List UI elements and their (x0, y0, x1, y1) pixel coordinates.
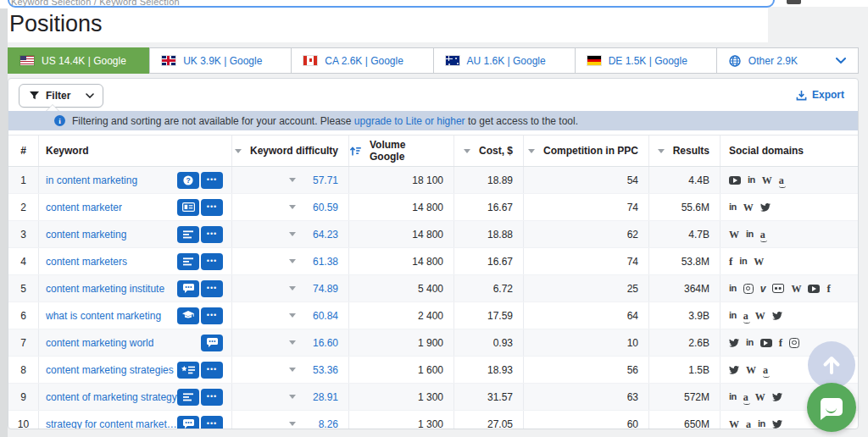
more-features-badge[interactable]: ••• (201, 307, 223, 324)
competition-value: 56 (523, 357, 648, 383)
tab-de[interactable]: DE 1.5K | Google (575, 47, 717, 74)
twitter-icon (760, 203, 771, 212)
keyword-link[interactable]: content marketer (46, 202, 122, 213)
tab-uk[interactable]: UK 3.9K | Google (149, 47, 292, 74)
keyword-link[interactable]: content marketing (46, 229, 126, 241)
featured-snippet-badge[interactable] (177, 226, 199, 243)
difficulty-dropdown-icon[interactable] (289, 286, 296, 290)
difficulty-value: 60.84 (308, 310, 338, 322)
related-questions-badge[interactable] (177, 416, 199, 430)
table-body: 1 in content marketing ? ••• 57.71 18 10… (8, 167, 858, 429)
difficulty-dropdown-icon[interactable] (289, 313, 296, 318)
sort-icon-cost[interactable] (464, 149, 470, 153)
keyword-link[interactable]: content marketing world (46, 337, 153, 349)
question-circle-badge[interactable]: ? (177, 172, 199, 189)
keyword-link[interactable]: what is content marketing (46, 310, 161, 322)
au-flag-icon (446, 56, 459, 65)
more-features-badge[interactable]: ••• (201, 226, 223, 243)
tab-us[interactable]: US 14.4K | Google (8, 47, 150, 74)
scroll-to-top-button[interactable] (808, 341, 855, 389)
globe-icon (729, 55, 741, 67)
more-features-badge[interactable]: ••• (201, 199, 223, 216)
more-features-badge[interactable]: ••• (201, 389, 223, 406)
linkedin-icon: in (729, 202, 737, 212)
results-value: 4.4B (648, 167, 720, 193)
difficulty-cell: 8.26 (231, 411, 348, 429)
chevron-down-icon[interactable] (836, 58, 846, 64)
breadcrumb[interactable]: Keyword Selection / Keyword Selection (11, 0, 180, 7)
tab-other[interactable]: Other 2.9K (716, 47, 859, 74)
featured-snippet-badge[interactable] (177, 389, 199, 406)
wikipedia-icon: W (791, 284, 801, 294)
difficulty-dropdown-icon[interactable] (289, 178, 296, 182)
column-header-competition: Competition in PPC (523, 136, 648, 166)
difficulty-cell: 60.59 (231, 194, 348, 220)
chat-widget-button[interactable] (807, 383, 856, 432)
more-features-badge[interactable]: ••• (201, 416, 223, 430)
more-features-badge[interactable]: ••• (201, 253, 223, 270)
toolbar: Filter Export (8, 79, 858, 111)
related-questions-badge[interactable] (177, 280, 199, 297)
difficulty-dropdown-icon[interactable] (289, 395, 296, 399)
page-title: Positions (9, 11, 103, 37)
difficulty-value: 64.23 (308, 229, 338, 241)
keyword-link[interactable]: content marketing institute (46, 283, 164, 295)
twitter-icon (729, 366, 739, 374)
row-number: 7 (8, 329, 38, 356)
instagram-icon (743, 284, 754, 294)
more-features-badge[interactable]: ••• (201, 362, 223, 379)
volume-value: 14 800 (348, 221, 453, 247)
volume-value: 1 600 (348, 357, 453, 383)
results-value: 364M (648, 275, 720, 301)
cost-value: 17.59 (453, 302, 523, 329)
de-flag-icon (587, 56, 601, 65)
sort-icon-difficulty[interactable] (235, 149, 242, 153)
results-value: 3.9B (648, 302, 720, 329)
difficulty-value: 57.71 (308, 174, 338, 186)
table-row: 6 what is content marketing ••• 60.84 2 … (8, 302, 858, 329)
difficulty-value: 60.59 (308, 202, 338, 213)
competition-value: 62 (523, 221, 648, 247)
upgrade-link[interactable]: upgrade to Lite or higher (354, 115, 465, 127)
difficulty-dropdown-icon[interactable] (289, 368, 296, 372)
related-questions-badge[interactable] (201, 335, 223, 351)
arrow-up-icon (821, 354, 843, 376)
keyword-link[interactable]: content marketing strategies (46, 364, 174, 376)
serp-badges: ••• (177, 416, 223, 430)
reviews-list-badge[interactable] (177, 362, 199, 379)
social-domains-cell: finW (720, 248, 858, 274)
cost-value: 18.88 (453, 221, 523, 247)
sort-icon-results[interactable] (658, 149, 665, 153)
amazon-icon: a (743, 311, 748, 321)
education-badge[interactable] (177, 307, 199, 324)
keyword-link[interactable]: strategy for content marketing (46, 418, 177, 430)
sort-icon-competition[interactable] (528, 149, 535, 153)
top-clipped-icon (787, 0, 801, 4)
knowledge-card-badge[interactable] (177, 199, 199, 216)
competition-value: 74 (523, 194, 648, 220)
keyword-link[interactable]: content marketers (46, 256, 127, 268)
volume-value: 5 400 (348, 275, 453, 301)
linkedin-icon: in (729, 392, 737, 401)
difficulty-dropdown-icon[interactable] (289, 232, 296, 236)
difficulty-dropdown-icon[interactable] (289, 340, 296, 345)
difficulty-dropdown-icon[interactable] (289, 205, 296, 209)
linkedin-icon: in (748, 175, 755, 185)
more-features-badge[interactable]: ••• (201, 172, 223, 189)
column-header-number: # (8, 136, 38, 166)
keyword-link[interactable]: in content marketing (46, 174, 137, 186)
ca-flag-icon (303, 56, 317, 65)
chat-bubble-icon (821, 398, 843, 416)
tab-ca[interactable]: CA 2.6K | Google (291, 47, 433, 74)
difficulty-dropdown-icon[interactable] (289, 259, 296, 263)
featured-snippet-badge[interactable] (177, 253, 199, 270)
difficulty-value: 53.36 (308, 364, 338, 376)
difficulty-dropdown-icon[interactable] (289, 422, 296, 426)
sort-ascending-icon[interactable] (349, 146, 361, 156)
results-value: 650M (648, 411, 720, 429)
tab-au[interactable]: AU 1.6K | Google (433, 47, 576, 74)
more-features-badge[interactable]: ••• (201, 280, 223, 297)
filter-button[interactable]: Filter (19, 84, 103, 108)
export-button[interactable]: Export (796, 89, 844, 101)
keyword-link[interactable]: content of marketing strategy (46, 391, 177, 403)
